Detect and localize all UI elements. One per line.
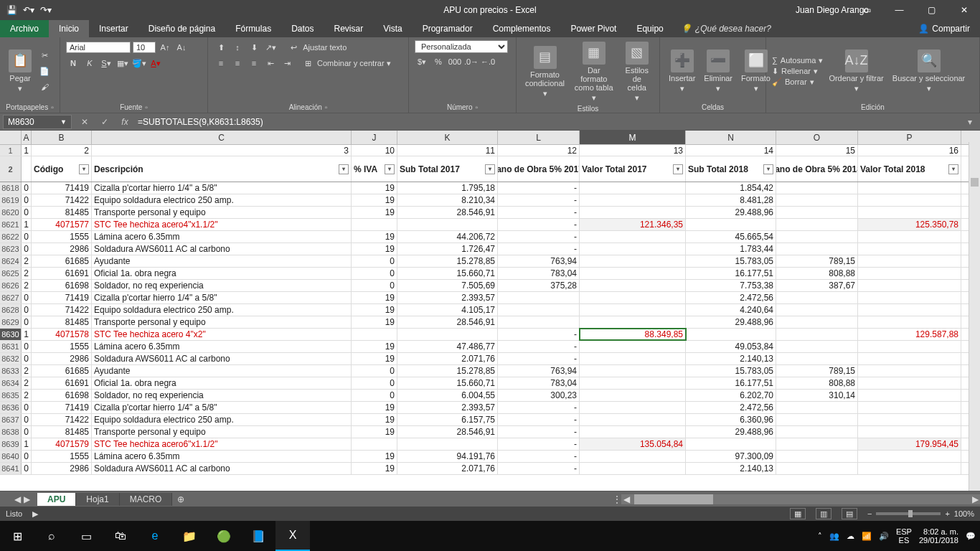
cell[interactable]: 0: [22, 292, 32, 303]
row-header[interactable]: 8635: [0, 390, 22, 401]
app-icon[interactable]: 📘: [241, 521, 275, 551]
increase-decimal-icon[interactable]: .0→: [464, 55, 479, 69]
save-icon[interactable]: 💾: [6, 4, 17, 16]
col-header[interactable]: O: [776, 131, 858, 144]
cell[interactable]: [397, 438, 498, 450]
sheet-tab[interactable]: APU: [37, 493, 76, 506]
row-header[interactable]: 8618: [0, 182, 22, 194]
scroll-right-icon[interactable]: ▶: [970, 494, 980, 504]
cell[interactable]: 2.393,57: [397, 292, 498, 303]
new-sheet-icon[interactable]: ⊕: [172, 494, 189, 504]
cell[interactable]: 808,88: [776, 268, 858, 279]
cell[interactable]: -: [498, 243, 580, 255]
row-header[interactable]: 8623: [0, 243, 22, 255]
cell[interactable]: 2: [22, 280, 32, 291]
cell[interactable]: [858, 377, 961, 389]
cell[interactable]: 783,04: [498, 268, 580, 279]
cell[interactable]: 19: [352, 194, 397, 206]
cell[interactable]: 61698: [32, 280, 92, 291]
undo-icon[interactable]: ↶▾: [23, 4, 34, 16]
cell[interactable]: [580, 365, 686, 377]
cell[interactable]: -: [498, 463, 580, 474]
cell[interactable]: [776, 207, 858, 218]
cell[interactable]: Valor Total 2017▾: [580, 156, 686, 182]
share-button[interactable]: 👤 Compartir: [908, 20, 980, 37]
cell[interactable]: [352, 329, 397, 340]
cell[interactable]: [776, 402, 858, 413]
cell[interactable]: 16: [858, 145, 961, 156]
decrease-font-icon[interactable]: A↓: [174, 40, 189, 55]
cell[interactable]: -: [498, 231, 580, 242]
col-header[interactable]: A: [22, 131, 32, 144]
col-header[interactable]: P: [858, 131, 961, 144]
cell-styles-button[interactable]: ▧Estilos de celda▾: [621, 40, 654, 103]
cell[interactable]: 0: [352, 365, 397, 377]
cell[interactable]: [776, 438, 858, 450]
excel-icon[interactable]: X: [275, 521, 310, 551]
cell[interactable]: 61691: [32, 377, 92, 389]
cell[interactable]: -: [498, 426, 580, 438]
cell[interactable]: [580, 377, 686, 389]
cell[interactable]: 0: [22, 451, 32, 462]
cell[interactable]: 8.210,34: [397, 194, 498, 206]
cell[interactable]: Soldador, no req experiencia: [92, 390, 352, 401]
cell[interactable]: 0: [352, 268, 397, 279]
dialog-launcher-icon[interactable]: ▫: [51, 103, 54, 111]
cell[interactable]: [776, 182, 858, 194]
row-header[interactable]: 2: [0, 156, 22, 182]
row-header[interactable]: 8620: [0, 207, 22, 218]
cell[interactable]: 19: [352, 353, 397, 364]
tab-file[interactable]: Archivo: [0, 20, 49, 37]
cell[interactable]: 15.278,85: [397, 365, 498, 377]
horizontal-scrollbar[interactable]: ◀▶: [621, 494, 980, 504]
fill-color-icon[interactable]: 🪣▾: [132, 56, 146, 70]
cell[interactable]: [580, 182, 686, 194]
network-icon[interactable]: 📶: [862, 532, 872, 541]
cell[interactable]: [858, 268, 961, 279]
cell[interactable]: 19: [352, 451, 397, 462]
cell[interactable]: 61698: [32, 390, 92, 401]
cell[interactable]: 2.393,57: [397, 402, 498, 413]
row-header[interactable]: 8621: [0, 219, 22, 230]
dialog-launcher-icon[interactable]: ▫: [145, 103, 148, 111]
cell[interactable]: % IVA▾: [352, 156, 397, 182]
font-name-combo[interactable]: [66, 42, 131, 53]
onedrive-icon[interactable]: ☁: [847, 532, 854, 541]
cell[interactable]: [580, 243, 686, 255]
cell[interactable]: 0: [22, 243, 32, 255]
cell[interactable]: 28.546,91: [397, 207, 498, 218]
volume-icon[interactable]: 🔊: [879, 532, 889, 541]
underline-icon[interactable]: S▾: [99, 56, 113, 70]
cell[interactable]: 125.350,78: [858, 219, 961, 230]
cell[interactable]: 29.488,96: [686, 426, 776, 438]
row-header[interactable]: 8634: [0, 377, 22, 389]
cell[interactable]: Ayudante: [92, 365, 352, 377]
cell[interactable]: [580, 268, 686, 279]
search-icon[interactable]: ⌕: [34, 521, 69, 551]
cell[interactable]: [397, 329, 498, 340]
vertical-scrollbar[interactable]: [969, 142, 980, 491]
align-middle-icon[interactable]: ↕: [230, 40, 245, 55]
cell[interactable]: [580, 463, 686, 474]
cell[interactable]: 19: [352, 207, 397, 218]
tab-vista[interactable]: Vista: [373, 20, 412, 37]
cell[interactable]: 45.665,54: [686, 231, 776, 242]
cell[interactable]: 2.472,56: [686, 402, 776, 413]
cell[interactable]: 0: [22, 341, 32, 352]
tab-programador[interactable]: Programador: [413, 20, 483, 37]
tab-equipo[interactable]: Equipo: [626, 20, 673, 37]
cell[interactable]: 763,94: [498, 255, 580, 267]
cell[interactable]: 2: [22, 390, 32, 401]
row-header[interactable]: 8631: [0, 341, 22, 352]
tab-insertar[interactable]: Insertar: [89, 20, 138, 37]
cell[interactable]: [776, 451, 858, 462]
conditional-format-button[interactable]: ▤Formato condicional▾: [522, 44, 567, 99]
cell[interactable]: 6.157,75: [397, 414, 498, 425]
cell[interactable]: 15.278,85: [397, 255, 498, 267]
cell[interactable]: Soldador, no req experiencia: [92, 280, 352, 291]
cell[interactable]: -: [498, 414, 580, 425]
cell[interactable]: [858, 243, 961, 255]
cell[interactable]: 0: [22, 194, 32, 206]
task-view-icon[interactable]: ▭: [69, 521, 103, 551]
cell[interactable]: -: [498, 219, 580, 230]
